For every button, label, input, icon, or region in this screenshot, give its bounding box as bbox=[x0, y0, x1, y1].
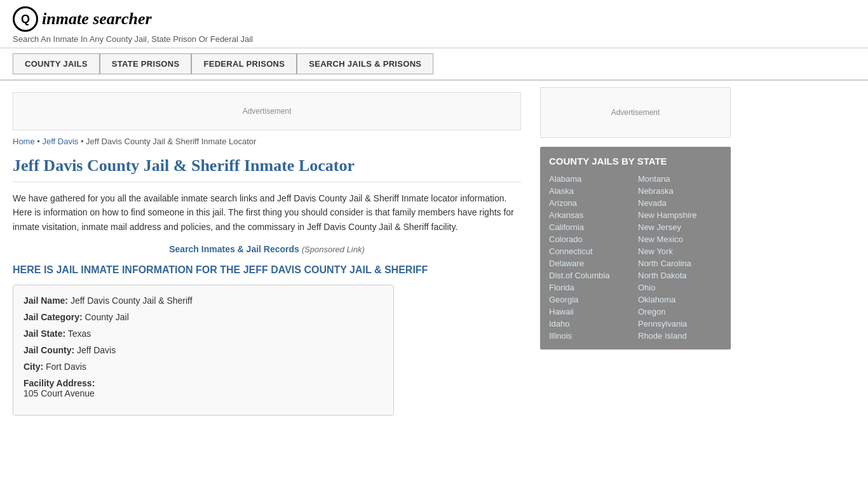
address-label: Facility Address: bbox=[24, 378, 383, 388]
sponsored-link-area: Search Inmates & Jail Records (Sponsored… bbox=[13, 244, 521, 254]
state-link[interactable]: Arkansas bbox=[549, 210, 633, 220]
address-row: Facility Address: 105 Court Avenue bbox=[24, 378, 383, 398]
state-link[interactable]: Idaho bbox=[549, 319, 633, 329]
jail-state-label: Jail State: bbox=[24, 329, 65, 339]
body-text: We have gathered for you all the availab… bbox=[13, 191, 521, 234]
jail-state-row: Jail State: Texas bbox=[24, 329, 383, 339]
section-heading: HERE IS JAIL INMATE INFORMATION FOR THE … bbox=[13, 264, 521, 276]
page-title: Jeff Davis County Jail & Sheriff Inmate … bbox=[13, 156, 521, 182]
jail-county-label: Jail County: bbox=[24, 345, 74, 355]
sponsored-note: (Sponsored Link) bbox=[302, 245, 365, 254]
nav-state-prisons[interactable]: STATE PRISONS bbox=[100, 53, 192, 74]
state-link[interactable]: Alaska bbox=[549, 186, 633, 196]
nav-search-jails[interactable]: SEARCH JAILS & PRISONS bbox=[297, 53, 433, 74]
states-grid: AlabamaMontanaAlaskaNebraskaArizonaNevad… bbox=[549, 174, 722, 341]
logo-icon: Q bbox=[13, 6, 38, 32]
state-link[interactable]: New Mexico bbox=[638, 234, 722, 244]
jail-name-value: Jeff Davis County Jail & Sheriff bbox=[71, 295, 193, 306]
jail-state-value: Texas bbox=[68, 329, 92, 339]
city-row: City: Fort Davis bbox=[24, 362, 383, 372]
state-link[interactable]: Connecticut bbox=[549, 247, 633, 256]
breadcrumb-county[interactable]: Jeff Davis bbox=[42, 137, 78, 146]
nav-federal-prisons[interactable]: FEDERAL PRISONS bbox=[191, 53, 297, 74]
jail-category-row: Jail Category: County Jail bbox=[24, 312, 383, 322]
nav-bar: COUNTY JAILS STATE PRISONS FEDERAL PRISO… bbox=[0, 48, 868, 81]
state-link[interactable]: Oklahoma bbox=[638, 295, 722, 304]
city-label: City: bbox=[24, 362, 43, 372]
breadcrumb: Home • Jeff Davis • Jeff Davis County Ja… bbox=[13, 137, 521, 146]
state-link[interactable]: Georgia bbox=[549, 295, 633, 304]
state-link[interactable]: Delaware bbox=[549, 259, 633, 268]
tagline: Search An Inmate In Any County Jail, Sta… bbox=[13, 34, 855, 44]
state-link[interactable]: Hawaii bbox=[549, 307, 633, 316]
logo-text: inmate searcher bbox=[42, 10, 152, 29]
address-value: 105 Court Avenue bbox=[24, 388, 383, 398]
state-link[interactable]: New York bbox=[638, 247, 722, 256]
state-link[interactable]: California bbox=[549, 222, 633, 232]
state-link[interactable]: Illinois bbox=[549, 331, 633, 341]
county-jails-box: COUNTY JAILS BY STATE AlabamaMontanaAlas… bbox=[540, 147, 731, 349]
state-link[interactable]: Rhode Island bbox=[638, 331, 722, 341]
info-box: Jail Name: Jeff Davis County Jail & Sher… bbox=[13, 285, 394, 416]
nav-county-jails[interactable]: COUNTY JAILS bbox=[13, 53, 100, 74]
state-link[interactable]: Pennsylvania bbox=[638, 319, 722, 329]
sidebar-ad: Advertisement bbox=[540, 87, 731, 138]
jail-name-label: Jail Name: bbox=[24, 295, 68, 306]
jail-category-value: County Jail bbox=[85, 312, 128, 322]
state-link[interactable]: Dist.of Columbia bbox=[549, 271, 633, 280]
county-jails-title: COUNTY JAILS BY STATE bbox=[549, 156, 722, 166]
state-link[interactable]: Nebraska bbox=[638, 186, 722, 196]
state-link[interactable]: Nevada bbox=[638, 198, 722, 208]
state-link[interactable]: Arizona bbox=[549, 198, 633, 208]
jail-category-label: Jail Category: bbox=[24, 312, 83, 322]
state-link[interactable]: North Carolina bbox=[638, 259, 722, 268]
breadcrumb-home[interactable]: Home bbox=[13, 137, 35, 146]
jail-county-row: Jail County: Jeff Davis bbox=[24, 345, 383, 355]
state-link[interactable]: Oregon bbox=[638, 307, 722, 316]
state-link[interactable]: New Jersey bbox=[638, 222, 722, 232]
jail-name-row: Jail Name: Jeff Davis County Jail & Sher… bbox=[24, 295, 383, 306]
state-link[interactable]: Colorado bbox=[549, 234, 633, 244]
sponsored-link[interactable]: Search Inmates & Jail Records bbox=[169, 244, 299, 254]
state-link[interactable]: Ohio bbox=[638, 283, 722, 292]
state-link[interactable]: Alabama bbox=[549, 174, 633, 184]
breadcrumb-current: Jeff Davis County Jail & Sheriff Inmate … bbox=[86, 137, 256, 146]
ad-top: Advertisement bbox=[13, 92, 521, 130]
state-link[interactable]: North Dakota bbox=[638, 271, 722, 280]
state-link[interactable]: Montana bbox=[638, 174, 722, 184]
state-link[interactable]: New Hampshire bbox=[638, 210, 722, 220]
city-value: Fort Davis bbox=[46, 362, 86, 372]
jail-county-value: Jeff Davis bbox=[77, 345, 116, 355]
state-link[interactable]: Florida bbox=[549, 283, 633, 292]
